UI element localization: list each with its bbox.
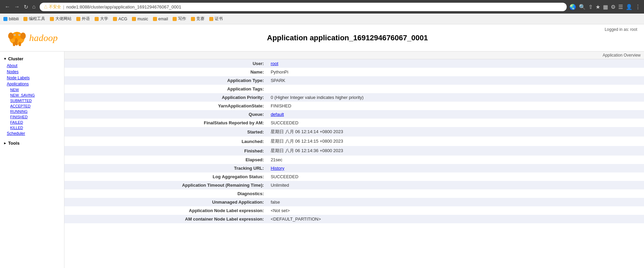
table-row: Launched:星期日 八月 06 12:14:15 +0800 2023 — [64, 137, 644, 146]
bookmark-zhengshu-label: 证书 — [215, 16, 223, 22]
row-value: SUCCEEDED — [267, 119, 644, 127]
row-label: Log Aggregation Status: — [64, 172, 267, 181]
table-row: Log Aggregation Status:SUCCEEDED — [64, 172, 644, 181]
home-button[interactable]: ⌂ — [31, 3, 37, 11]
bookmark-email-icon — [153, 17, 157, 21]
bookmark-bilibili-icon — [3, 17, 7, 21]
bookmark-icon[interactable]: ★ — [596, 4, 600, 10]
table-row: Name:PythonPi — [64, 68, 644, 76]
sidebar-item-finished[interactable]: FINISHED — [0, 114, 64, 120]
table-row: Queue:default — [64, 110, 644, 119]
bookmark-acg[interactable]: ACG — [113, 17, 127, 21]
row-value — [267, 189, 644, 198]
bookmark-email[interactable]: email — [153, 17, 168, 21]
table-row: Application Priority:0 (Higher Integer v… — [64, 93, 644, 102]
bookmark-biancheng-icon — [23, 17, 27, 21]
row-label: Queue: — [64, 110, 267, 119]
svg-rect-8 — [13, 42, 15, 46]
row-value: History — [267, 164, 644, 172]
row-label: Application Timeout (Remaining Time): — [64, 181, 267, 189]
sidebar-item-submitted[interactable]: SUBMITTED — [0, 98, 64, 103]
sidebar-item-failed[interactable]: FAILED — [0, 120, 64, 125]
bookmark-dahuo[interactable]: 大佬网站 — [50, 16, 72, 22]
url-separator: | — [63, 4, 64, 9]
table-row: Tracking URL:History — [64, 164, 644, 172]
bookmark-xiezuo[interactable]: 写作 — [173, 16, 186, 22]
row-label: Launched: — [64, 137, 267, 146]
security-warning-icon: △ 不安全 — [44, 4, 61, 10]
bookmark-daxue[interactable]: 大学 — [95, 16, 108, 22]
sidebar-tools-label: Tools — [8, 141, 20, 146]
bookmark-biancheng[interactable]: 编程工具 — [23, 16, 45, 22]
profile-icon[interactable]: 👤 — [626, 4, 632, 10]
bookmark-email-label: email — [158, 17, 168, 21]
bookmark-music-icon — [132, 17, 136, 21]
forward-button[interactable]: → — [13, 3, 21, 11]
row-value: 星期日 八月 06 12:14:36 +0800 2023 — [267, 146, 644, 156]
row-value: <Not set> — [267, 206, 644, 215]
hadoop-elephant-icon — [7, 28, 27, 47]
search-icon[interactable]: 🔍 — [579, 4, 586, 10]
tools-arrow-icon: ► — [3, 141, 7, 145]
tab-icon[interactable]: ▦ — [603, 4, 608, 10]
table-row: Application Node Label expression:<Not s… — [64, 206, 644, 215]
row-label: Application Type: — [64, 76, 267, 85]
bookmark-bilibili[interactable]: bilibili — [3, 17, 19, 21]
table-row: Application Type:SPARK — [64, 76, 644, 85]
sidebar-item-killed[interactable]: KILLED — [0, 125, 64, 130]
page-title: Application application_1691294676067_00… — [58, 34, 637, 42]
row-value: SPARK — [267, 76, 644, 85]
row-value: 星期日 八月 06 12:14:15 +0800 2023 — [267, 137, 644, 146]
overview-header-text: Application Overview — [603, 53, 641, 58]
sidebar-item-new[interactable]: NEW — [0, 87, 64, 92]
bookmark-waiyu[interactable]: 外语 — [76, 16, 90, 22]
row-value: 21sec — [267, 156, 644, 164]
table-row: Application Tags: — [64, 85, 644, 93]
table-row: FinalStatus Reported by AM:SUCCEEDED — [64, 119, 644, 127]
share-icon[interactable]: ⇧ — [588, 4, 593, 10]
sidebar-item-node-labels[interactable]: Node Labels — [0, 75, 64, 81]
sidebar-icon[interactable]: ☰ — [618, 4, 623, 10]
sidebar-section-cluster: ▼ Cluster About Nodes Node Labels Applic… — [0, 55, 64, 137]
reload-button[interactable]: ↻ — [22, 3, 30, 11]
table-row: YarnApplicationState:FINISHED — [64, 102, 644, 110]
address-bar[interactable]: △ 不安全 | node1:8088/cluster/app/applicati… — [40, 3, 567, 11]
sidebar-item-running[interactable]: RUNNING — [0, 109, 64, 114]
translate-icon[interactable]: 🌏 — [569, 4, 576, 10]
row-link[interactable]: root — [271, 61, 278, 66]
row-value: 0 (Higher Integer value indicates higher… — [267, 93, 644, 102]
app-container: hadoop Application application_169129467… — [0, 24, 644, 268]
bookmark-music-label: music — [137, 17, 148, 21]
row-value: default — [267, 110, 644, 119]
sidebar-item-applications[interactable]: Applications — [0, 81, 64, 87]
sidebar-item-scheduler[interactable]: Scheduler — [0, 130, 64, 137]
extension-icon[interactable]: ⚙ — [611, 4, 616, 10]
bookmark-waiyu-label: 外语 — [82, 16, 90, 22]
sidebar-item-new-saving[interactable]: NEW_SAVING — [0, 92, 64, 98]
sidebar-item-about[interactable]: About — [0, 63, 64, 69]
row-value: root — [267, 59, 644, 68]
sidebar-tools-header[interactable]: ► Tools — [0, 139, 64, 147]
sidebar-item-accepted[interactable]: ACCEPTED — [0, 103, 64, 109]
bookmark-music[interactable]: music — [132, 17, 148, 21]
svg-point-7 — [19, 35, 20, 35]
row-value: FINISHED — [267, 102, 644, 110]
back-button[interactable]: ← — [3, 3, 12, 11]
sidebar-cluster-label: Cluster — [8, 56, 23, 61]
browser-toolbar-icons: 🌏 🔍 ⇧ ★ ▦ ⚙ ☰ 👤 ⋮ — [569, 4, 641, 10]
row-label: Application Tags: — [64, 85, 267, 93]
row-label: Started: — [64, 127, 267, 137]
row-label: Finished: — [64, 146, 267, 156]
hadoop-logo: hadoop — [7, 28, 58, 47]
row-label: Application Node Label expression: — [64, 206, 267, 215]
row-link[interactable]: default — [271, 112, 284, 117]
bookmark-zhengshu[interactable]: 证书 — [209, 16, 223, 22]
sidebar-cluster-header[interactable]: ▼ Cluster — [0, 55, 64, 63]
row-value: false — [267, 198, 644, 206]
bookmark-jingsai[interactable]: 竞赛 — [191, 16, 204, 22]
menu-icon[interactable]: ⋮ — [635, 4, 641, 10]
row-link[interactable]: History — [271, 166, 284, 171]
table-row: Unmanaged Application:false — [64, 198, 644, 206]
row-value: <DEFAULT_PARTITION> — [267, 215, 644, 223]
sidebar-item-nodes[interactable]: Nodes — [0, 69, 64, 75]
